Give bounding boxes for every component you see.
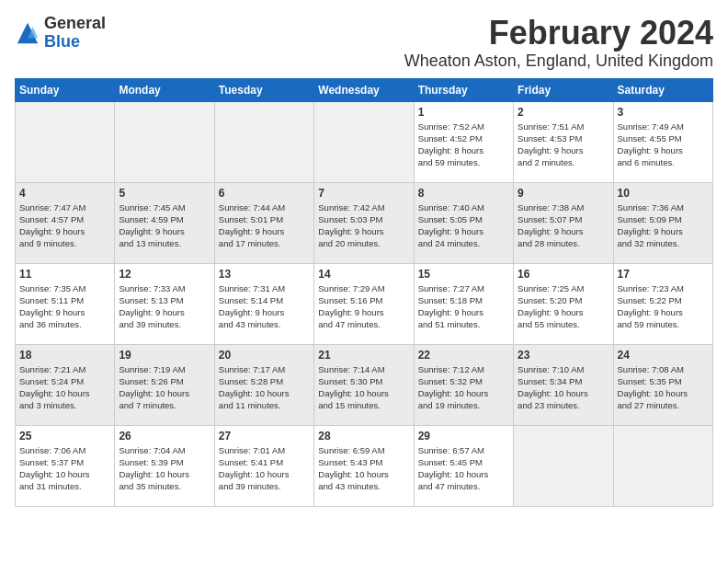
day-number: 10 bbox=[618, 187, 709, 200]
calendar-cell: 25Sunrise: 7:06 AM Sunset: 5:37 PM Dayli… bbox=[16, 425, 115, 506]
cell-info: Sunrise: 7:36 AM Sunset: 5:09 PM Dayligh… bbox=[618, 201, 709, 250]
day-number: 2 bbox=[518, 106, 609, 119]
calendar-cell: 15Sunrise: 7:27 AM Sunset: 5:18 PM Dayli… bbox=[414, 263, 513, 344]
day-number: 24 bbox=[618, 349, 709, 362]
cell-info: Sunrise: 7:29 AM Sunset: 5:16 PM Dayligh… bbox=[318, 282, 409, 331]
day-number: 25 bbox=[19, 430, 110, 442]
logo: General Blue bbox=[15, 15, 106, 52]
month-title: February 2024 bbox=[404, 15, 713, 52]
calendar-cell: 1Sunrise: 7:52 AM Sunset: 4:52 PM Daylig… bbox=[414, 101, 513, 182]
calendar-cell bbox=[115, 101, 214, 182]
logo-general-text: General bbox=[44, 15, 106, 33]
calendar-cell: 21Sunrise: 7:14 AM Sunset: 5:30 PM Dayli… bbox=[314, 344, 414, 425]
cell-info: Sunrise: 7:47 AM Sunset: 4:57 PM Dayligh… bbox=[19, 201, 110, 250]
week-row-3: 11Sunrise: 7:35 AM Sunset: 5:11 PM Dayli… bbox=[16, 263, 713, 344]
calendar-cell: 22Sunrise: 7:12 AM Sunset: 5:32 PM Dayli… bbox=[414, 344, 513, 425]
cell-info: Sunrise: 7:14 AM Sunset: 5:30 PM Dayligh… bbox=[318, 363, 409, 412]
calendar-cell bbox=[613, 425, 712, 506]
cell-info: Sunrise: 7:23 AM Sunset: 5:22 PM Dayligh… bbox=[618, 282, 709, 331]
calendar-cell: 17Sunrise: 7:23 AM Sunset: 5:22 PM Dayli… bbox=[613, 263, 712, 344]
calendar-cell: 11Sunrise: 7:35 AM Sunset: 5:11 PM Dayli… bbox=[16, 263, 115, 344]
day-number: 11 bbox=[19, 268, 110, 281]
header-row: SundayMondayTuesdayWednesdayThursdayFrid… bbox=[16, 78, 713, 101]
calendar-cell: 16Sunrise: 7:25 AM Sunset: 5:20 PM Dayli… bbox=[514, 263, 613, 344]
location-title: Wheaton Aston, England, United Kingdom bbox=[404, 52, 713, 71]
calendar-cell: 6Sunrise: 7:44 AM Sunset: 5:01 PM Daylig… bbox=[214, 182, 313, 263]
logo-text: General Blue bbox=[44, 15, 106, 52]
cell-info: Sunrise: 7:12 AM Sunset: 5:32 PM Dayligh… bbox=[418, 363, 509, 412]
calendar-cell: 24Sunrise: 7:08 AM Sunset: 5:35 PM Dayli… bbox=[613, 344, 712, 425]
calendar-cell: 5Sunrise: 7:45 AM Sunset: 4:59 PM Daylig… bbox=[115, 182, 214, 263]
cell-info: Sunrise: 7:10 AM Sunset: 5:34 PM Dayligh… bbox=[518, 363, 609, 412]
day-number: 28 bbox=[318, 430, 409, 442]
week-row-5: 25Sunrise: 7:06 AM Sunset: 5:37 PM Dayli… bbox=[16, 425, 713, 506]
calendar-cell bbox=[314, 101, 414, 182]
week-row-4: 18Sunrise: 7:21 AM Sunset: 5:24 PM Dayli… bbox=[16, 344, 713, 425]
calendar-cell: 20Sunrise: 7:17 AM Sunset: 5:28 PM Dayli… bbox=[214, 344, 313, 425]
title-section: February 2024 Wheaton Aston, England, Un… bbox=[404, 15, 713, 71]
calendar-cell: 8Sunrise: 7:40 AM Sunset: 5:05 PM Daylig… bbox=[414, 182, 513, 263]
calendar-cell: 4Sunrise: 7:47 AM Sunset: 4:57 PM Daylig… bbox=[16, 182, 115, 263]
header: General Blue February 2024 Wheaton Aston… bbox=[15, 15, 713, 71]
calendar-cell: 14Sunrise: 7:29 AM Sunset: 5:16 PM Dayli… bbox=[314, 263, 414, 344]
day-number: 5 bbox=[119, 187, 210, 200]
day-number: 17 bbox=[618, 268, 709, 281]
cell-info: Sunrise: 7:42 AM Sunset: 5:03 PM Dayligh… bbox=[318, 201, 409, 250]
day-number: 14 bbox=[318, 268, 409, 281]
day-number: 8 bbox=[418, 187, 509, 200]
cell-info: Sunrise: 7:08 AM Sunset: 5:35 PM Dayligh… bbox=[618, 363, 709, 412]
cell-info: Sunrise: 7:51 AM Sunset: 4:53 PM Dayligh… bbox=[518, 121, 609, 169]
calendar-cell: 3Sunrise: 7:49 AM Sunset: 4:55 PM Daylig… bbox=[613, 101, 712, 182]
day-number: 26 bbox=[119, 430, 210, 442]
cell-info: Sunrise: 7:01 AM Sunset: 5:41 PM Dayligh… bbox=[219, 444, 310, 493]
day-number: 19 bbox=[119, 349, 210, 362]
day-header-thursday: Thursday bbox=[414, 78, 513, 101]
cell-info: Sunrise: 7:40 AM Sunset: 5:05 PM Dayligh… bbox=[418, 201, 509, 250]
calendar-cell bbox=[514, 425, 613, 506]
calendar-cell: 28Sunrise: 6:59 AM Sunset: 5:43 PM Dayli… bbox=[314, 425, 414, 506]
day-number: 16 bbox=[518, 268, 609, 281]
calendar-cell: 26Sunrise: 7:04 AM Sunset: 5:39 PM Dayli… bbox=[115, 425, 214, 506]
day-header-saturday: Saturday bbox=[613, 78, 712, 101]
cell-info: Sunrise: 7:21 AM Sunset: 5:24 PM Dayligh… bbox=[19, 363, 110, 412]
cell-info: Sunrise: 7:33 AM Sunset: 5:13 PM Dayligh… bbox=[119, 282, 210, 331]
cell-info: Sunrise: 7:44 AM Sunset: 5:01 PM Dayligh… bbox=[219, 201, 310, 250]
calendar-cell: 27Sunrise: 7:01 AM Sunset: 5:41 PM Dayli… bbox=[214, 425, 313, 506]
cell-info: Sunrise: 7:04 AM Sunset: 5:39 PM Dayligh… bbox=[119, 444, 210, 493]
calendar-cell bbox=[214, 101, 313, 182]
cell-info: Sunrise: 7:31 AM Sunset: 5:14 PM Dayligh… bbox=[219, 282, 310, 331]
cell-info: Sunrise: 7:27 AM Sunset: 5:18 PM Dayligh… bbox=[418, 282, 509, 331]
day-header-tuesday: Tuesday bbox=[214, 78, 313, 101]
calendar-cell: 23Sunrise: 7:10 AM Sunset: 5:34 PM Dayli… bbox=[514, 344, 613, 425]
calendar-cell: 10Sunrise: 7:36 AM Sunset: 5:09 PM Dayli… bbox=[613, 182, 712, 263]
day-number: 23 bbox=[518, 349, 609, 362]
calendar-cell: 12Sunrise: 7:33 AM Sunset: 5:13 PM Dayli… bbox=[115, 263, 214, 344]
day-number: 9 bbox=[518, 187, 609, 200]
calendar-cell: 9Sunrise: 7:38 AM Sunset: 5:07 PM Daylig… bbox=[514, 182, 613, 263]
day-number: 21 bbox=[318, 349, 409, 362]
day-number: 29 bbox=[418, 430, 509, 442]
calendar-cell: 19Sunrise: 7:19 AM Sunset: 5:26 PM Dayli… bbox=[115, 344, 214, 425]
calendar-cell: 7Sunrise: 7:42 AM Sunset: 5:03 PM Daylig… bbox=[314, 182, 414, 263]
calendar-cell: 13Sunrise: 7:31 AM Sunset: 5:14 PM Dayli… bbox=[214, 263, 313, 344]
cell-info: Sunrise: 7:17 AM Sunset: 5:28 PM Dayligh… bbox=[219, 363, 310, 412]
day-number: 22 bbox=[418, 349, 509, 362]
calendar-cell: 29Sunrise: 6:57 AM Sunset: 5:45 PM Dayli… bbox=[414, 425, 513, 506]
cell-info: Sunrise: 7:52 AM Sunset: 4:52 PM Dayligh… bbox=[418, 121, 509, 169]
day-number: 15 bbox=[418, 268, 509, 281]
cell-info: Sunrise: 6:59 AM Sunset: 5:43 PM Dayligh… bbox=[318, 444, 409, 493]
calendar-cell bbox=[16, 101, 115, 182]
cell-info: Sunrise: 7:35 AM Sunset: 5:11 PM Dayligh… bbox=[19, 282, 110, 331]
day-number: 20 bbox=[219, 349, 310, 362]
day-number: 12 bbox=[119, 268, 210, 281]
day-number: 4 bbox=[19, 187, 110, 200]
day-header-sunday: Sunday bbox=[16, 78, 115, 101]
cell-info: Sunrise: 7:45 AM Sunset: 4:59 PM Dayligh… bbox=[119, 201, 210, 250]
day-number: 1 bbox=[418, 106, 509, 119]
calendar-cell: 2Sunrise: 7:51 AM Sunset: 4:53 PM Daylig… bbox=[514, 101, 613, 182]
day-header-wednesday: Wednesday bbox=[314, 78, 414, 101]
day-number: 18 bbox=[19, 349, 110, 362]
day-number: 27 bbox=[219, 430, 310, 442]
day-header-monday: Monday bbox=[115, 78, 214, 101]
day-number: 7 bbox=[318, 187, 409, 200]
